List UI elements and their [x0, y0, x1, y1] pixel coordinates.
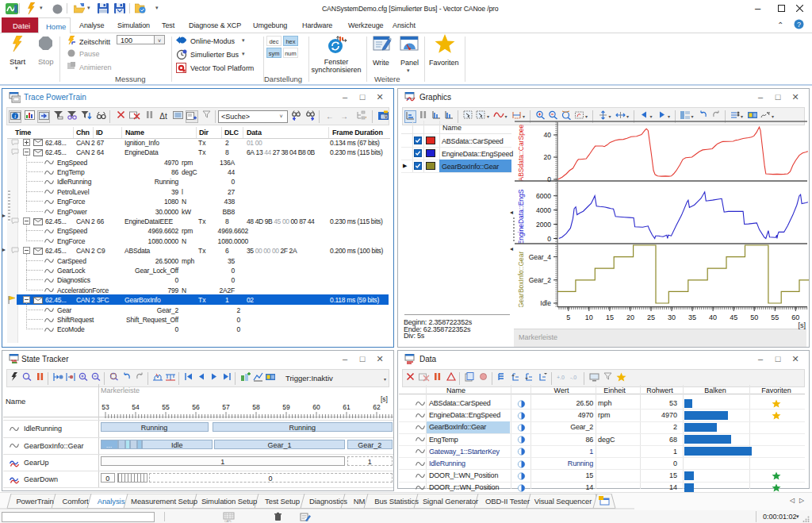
svg-text:▾: ▾: [366, 115, 366, 120]
svg-text:59: 59: [282, 403, 290, 411]
svg-text:-.0: -.0: [570, 375, 576, 380]
svg-text:Gear_4: Gear_4: [529, 253, 552, 261]
svg-text:30: 30: [668, 313, 676, 321]
svg-text:50: 50: [750, 313, 758, 321]
svg-text:54: 54: [132, 403, 140, 411]
svg-text:i: i: [13, 113, 15, 120]
svg-text:0: 0: [547, 235, 551, 243]
svg-text:20: 20: [544, 153, 552, 161]
svg-text:58: 58: [252, 403, 260, 411]
svg-text:61: 61: [343, 403, 350, 411]
svg-text:?: ?: [797, 21, 801, 29]
svg-text:20: 20: [626, 313, 634, 321]
svg-text:35: 35: [688, 313, 696, 321]
svg-text:+.0: +.0: [557, 375, 565, 380]
svg-text:56: 56: [192, 403, 200, 411]
svg-text:[s]: [s]: [798, 321, 806, 329]
svg-text:10: 10: [585, 313, 593, 321]
svg-text:55: 55: [162, 403, 170, 411]
svg-text:45: 45: [730, 313, 737, 321]
svg-text:62: 62: [373, 403, 381, 411]
svg-text:60: 60: [791, 313, 799, 321]
svg-text:2000: 2000: [536, 221, 551, 229]
svg-text:4000: 4000: [536, 206, 551, 214]
svg-text:53: 53: [102, 403, 109, 411]
svg-text:57: 57: [222, 403, 230, 411]
svg-text:15: 15: [606, 313, 614, 321]
svg-text:40: 40: [709, 313, 717, 321]
svg-text:Gear_2: Gear_2: [529, 276, 552, 284]
svg-text:55: 55: [771, 313, 779, 321]
svg-text:0: 0: [547, 175, 551, 183]
svg-text:Idle: Idle: [540, 299, 551, 307]
svg-text:6000: 6000: [536, 192, 551, 200]
svg-text:25: 25: [647, 313, 655, 321]
svg-text:60: 60: [312, 403, 320, 411]
svg-text:5: 5: [566, 313, 570, 321]
svg-text:CAPL: CAPL: [224, 520, 232, 523]
svg-text:40: 40: [544, 131, 552, 139]
